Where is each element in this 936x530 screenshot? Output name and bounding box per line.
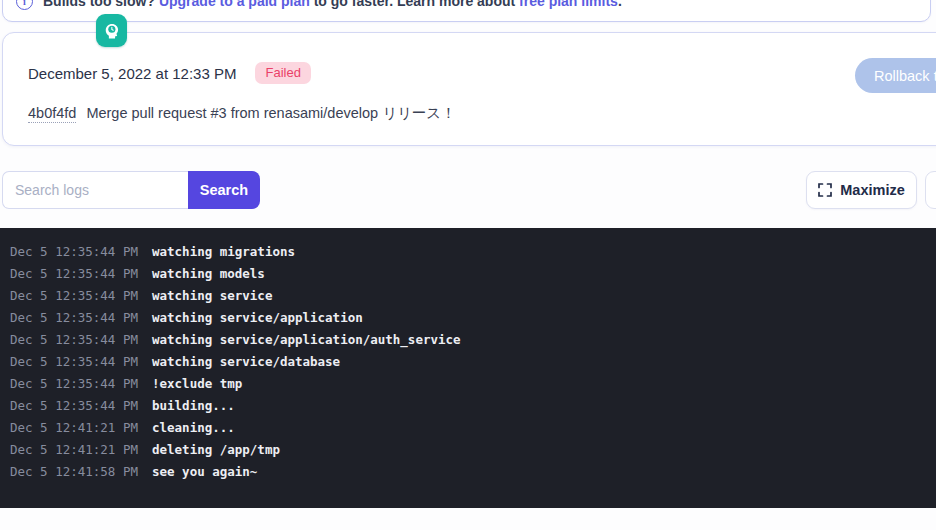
status-badge-failed: Failed	[255, 62, 310, 84]
search-logs-input[interactable]	[2, 171, 188, 209]
log-line: Dec 5 12:35:44 PMwatching models	[10, 263, 936, 285]
banner-text-suffix: .	[618, 0, 622, 9]
head-clock-icon	[96, 14, 127, 47]
banner-text: Builds too slow? Upgrade to a paid plan …	[43, 0, 622, 9]
search-button[interactable]: Search	[188, 171, 260, 209]
rollback-button[interactable]: Rollback to t	[855, 58, 936, 93]
log-timestamp: Dec 5 12:41:58 PM	[10, 461, 140, 483]
log-line: Dec 5 12:35:44 PMwatching service/applic…	[10, 307, 936, 329]
log-message: building...	[152, 395, 235, 417]
log-timestamp: Dec 5 12:35:44 PM	[10, 351, 140, 373]
log-message: see you again~	[152, 461, 257, 483]
commit-line: 4b0f4fdMerge pull request #3 from renasa…	[28, 104, 936, 123]
log-timestamp: Dec 5 12:35:44 PM	[10, 263, 140, 285]
log-timestamp: Dec 5 12:35:44 PM	[10, 285, 140, 307]
banner-text-middle: to go faster. Learn more about	[310, 0, 519, 9]
log-timestamp: Dec 5 12:35:44 PM	[10, 373, 140, 395]
log-line: Dec 5 12:35:44 PMbuilding...	[10, 395, 936, 417]
log-timestamp: Dec 5 12:41:21 PM	[10, 439, 140, 461]
log-timestamp: Dec 5 12:35:44 PM	[10, 307, 140, 329]
log-timestamp: Dec 5 12:35:44 PM	[10, 395, 140, 417]
expand-corners-icon	[818, 183, 832, 197]
upgrade-banner: i Builds too slow? Upgrade to a paid pla…	[2, 0, 931, 22]
log-message: !exclude tmp	[152, 373, 242, 395]
upgrade-plan-link[interactable]: Upgrade to a paid plan	[159, 0, 310, 9]
info-icon: i	[16, 0, 33, 10]
partial-right-button[interactable]	[925, 171, 936, 209]
log-line: Dec 5 12:35:44 PMwatching service/applic…	[10, 329, 936, 351]
log-line: Dec 5 12:41:21 PMcleaning...	[10, 417, 936, 439]
log-line: Dec 5 12:35:44 PMwatching service	[10, 285, 936, 307]
log-timestamp: Dec 5 12:41:21 PM	[10, 417, 140, 439]
log-timestamp: Dec 5 12:35:44 PM	[10, 329, 140, 351]
log-message: deleting /app/tmp	[152, 439, 280, 461]
log-line: Dec 5 12:41:21 PMdeleting /app/tmp	[10, 439, 936, 461]
log-line: Dec 5 12:41:58 PMsee you again~	[10, 461, 936, 483]
deploy-card: December 5, 2022 at 12:33 PM Failed 4b0f…	[2, 32, 936, 146]
deploy-date: December 5, 2022 at 12:33 PM	[28, 65, 236, 82]
log-message: watching service/database	[152, 351, 340, 373]
log-line: Dec 5 12:35:44 PMwatching migrations	[10, 241, 936, 263]
maximize-label: Maximize	[840, 182, 904, 198]
log-message: watching migrations	[152, 241, 295, 263]
log-timestamp: Dec 5 12:35:44 PM	[10, 241, 140, 263]
maximize-button[interactable]: Maximize	[806, 171, 917, 209]
log-console[interactable]: Dec 5 12:35:44 PMwatching migrationsDec …	[0, 228, 936, 508]
log-line: Dec 5 12:35:44 PM!exclude tmp	[10, 373, 936, 395]
commit-hash-link[interactable]: 4b0f4fd	[28, 105, 76, 123]
banner-text-prefix: Builds too slow?	[43, 0, 159, 9]
deploy-header: December 5, 2022 at 12:33 PM Failed	[28, 62, 936, 84]
log-message: watching service	[152, 285, 272, 307]
free-plan-limits-link[interactable]: free plan limits	[519, 0, 618, 9]
log-message: watching service/application/auth_servic…	[152, 329, 461, 351]
log-message: watching service/application	[152, 307, 363, 329]
log-message: cleaning...	[152, 417, 235, 439]
commit-message: Merge pull request #3 from renasami/deve…	[86, 105, 455, 121]
log-message: watching models	[152, 263, 265, 285]
log-line: Dec 5 12:35:44 PMwatching service/databa…	[10, 351, 936, 373]
